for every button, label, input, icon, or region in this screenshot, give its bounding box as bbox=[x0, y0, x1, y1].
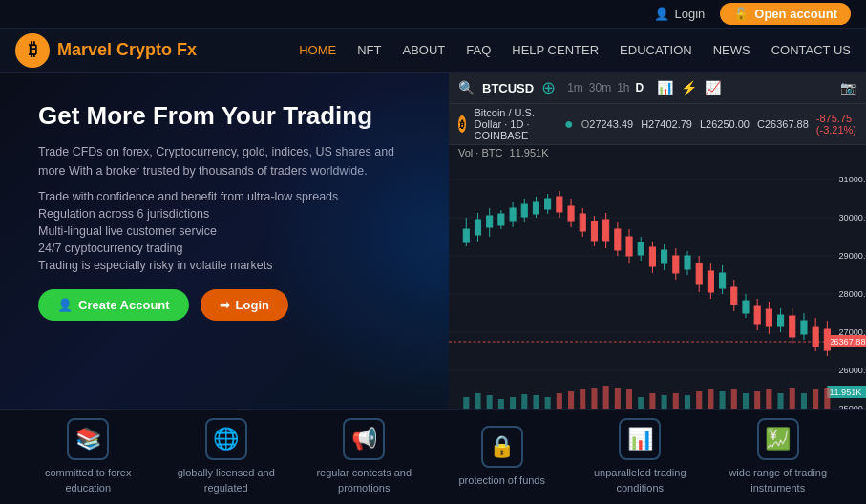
candle-icon[interactable]: ⚡ bbox=[681, 80, 697, 95]
ohlc-open: O27243.49 bbox=[581, 118, 633, 130]
svg-rect-57 bbox=[603, 220, 609, 241]
svg-rect-79 bbox=[813, 327, 818, 346]
create-account-button[interactable]: 👤 Create Account bbox=[38, 289, 189, 321]
svg-rect-51 bbox=[568, 206, 574, 221]
footer-item-1: 🌐 globally licensed and regulated bbox=[159, 418, 293, 495]
svg-rect-81 bbox=[824, 329, 830, 350]
svg-rect-41 bbox=[720, 273, 726, 288]
svg-rect-108 bbox=[766, 389, 771, 409]
svg-rect-107 bbox=[754, 391, 760, 409]
svg-rect-106 bbox=[743, 393, 749, 409]
nav-faq[interactable]: FAQ bbox=[466, 43, 491, 57]
footer-text-1: globally licensed and regulated bbox=[159, 466, 293, 495]
chart-symbol[interactable]: BTCUSD bbox=[482, 81, 534, 95]
contests-icon: 📢 bbox=[343, 418, 385, 460]
tf-1h[interactable]: 1h bbox=[617, 81, 629, 94]
footer-text-5: wide range of trading instruments bbox=[711, 466, 845, 495]
globally-licensed-icon: 🌐 bbox=[205, 418, 247, 460]
nav-news[interactable]: NEWS bbox=[713, 43, 750, 57]
hero-login-button[interactable]: ➡ Login bbox=[201, 289, 288, 321]
pair-name: Bitcoin / U.S. Dollar · 1D · COINBASE bbox=[474, 107, 557, 141]
svg-rect-43 bbox=[743, 301, 749, 313]
footer-text-2: regular contests and promotions bbox=[297, 466, 431, 495]
tf-1m[interactable]: 1m bbox=[567, 81, 583, 94]
svg-rect-49 bbox=[557, 197, 562, 212]
svg-rect-69 bbox=[708, 271, 713, 292]
svg-rect-23 bbox=[487, 216, 493, 227]
main-nav: ₿ Marvel Crypto Fx HOME NFT ABOUT FAQ HE… bbox=[0, 29, 866, 73]
bar-chart-icon[interactable]: 📊 bbox=[657, 80, 673, 95]
nav-help-center[interactable]: HELP CENTER bbox=[512, 43, 599, 57]
chart-section: 🔍 BTCUSD ⊕ 1m 30m 1h D 📊 ⚡ 📈 📷 ₿ Bitcoin… bbox=[449, 73, 866, 409]
footer-item-2: 📢 regular contests and promotions bbox=[297, 418, 431, 495]
svg-rect-29 bbox=[521, 204, 527, 217]
svg-rect-101 bbox=[685, 395, 690, 409]
forex-education-icon: 📚 bbox=[67, 418, 109, 460]
svg-rect-25 bbox=[498, 214, 504, 225]
nav-education[interactable]: EDUCATION bbox=[620, 43, 692, 57]
vol-label: Vol · BTC bbox=[458, 147, 502, 158]
svg-rect-53 bbox=[580, 214, 585, 231]
camera-icon[interactable]: 📷 bbox=[840, 80, 856, 95]
nav-home[interactable]: HOME bbox=[299, 43, 336, 57]
svg-rect-67 bbox=[696, 263, 702, 284]
open-account-button[interactable]: 🔓 Open account bbox=[720, 3, 851, 25]
feature-5: Trading is especially risky in volatile … bbox=[38, 257, 420, 274]
svg-rect-87 bbox=[521, 394, 527, 409]
svg-rect-104 bbox=[720, 391, 726, 409]
line-chart-icon[interactable]: 📈 bbox=[705, 80, 721, 95]
logo: ₿ Marvel Crypto Fx bbox=[15, 33, 197, 68]
svg-rect-75 bbox=[766, 309, 771, 326]
footer-item-5: 💹 wide range of trading instruments bbox=[711, 418, 845, 495]
footer-icons: 📚 committed to forex education 🌐 globall… bbox=[0, 409, 866, 504]
user-icon: 👤 bbox=[654, 7, 669, 21]
svg-rect-103 bbox=[708, 389, 713, 409]
svg-rect-77 bbox=[790, 316, 795, 337]
main-content: Get More From Your Trading Trade CFDs on… bbox=[0, 73, 866, 409]
svg-rect-99 bbox=[662, 395, 667, 409]
plus-icon[interactable]: ⊕ bbox=[541, 77, 556, 98]
tf-30m[interactable]: 30m bbox=[589, 81, 611, 94]
login-link[interactable]: 👤 Login bbox=[654, 7, 706, 21]
nav-contact[interactable]: CONTACT US bbox=[771, 43, 851, 57]
svg-rect-112 bbox=[813, 389, 818, 409]
footer-text-0: committed to forex education bbox=[21, 466, 155, 495]
svg-rect-45 bbox=[778, 315, 784, 326]
person-icon: 👤 bbox=[57, 298, 73, 312]
svg-rect-86 bbox=[510, 397, 516, 409]
svg-rect-19 bbox=[463, 229, 469, 242]
svg-rect-85 bbox=[498, 399, 504, 409]
login-label: Login bbox=[675, 7, 706, 21]
feature-1: Trade with confidence and benefit from u… bbox=[38, 188, 420, 205]
tf-d[interactable]: D bbox=[636, 81, 644, 94]
search-icon: 🔍 bbox=[458, 80, 475, 95]
feature-4: 24/7 cryptocurrency trading bbox=[38, 240, 420, 257]
nav-about[interactable]: ABOUT bbox=[402, 43, 445, 57]
hero-features: Trade with confidence and benefit from u… bbox=[38, 188, 420, 274]
svg-rect-61 bbox=[626, 237, 632, 256]
svg-rect-109 bbox=[778, 393, 784, 409]
nav-nft[interactable]: NFT bbox=[357, 43, 381, 57]
svg-rect-100 bbox=[673, 393, 679, 409]
chart-canvas: 31000.00 30000.00 29000.00 28000.00 2700… bbox=[449, 160, 866, 409]
svg-rect-27 bbox=[510, 208, 516, 221]
svg-rect-35 bbox=[638, 242, 644, 255]
svg-text:26000.00: 26000.00 bbox=[839, 366, 866, 375]
candlestick-svg: 31000.00 30000.00 29000.00 28000.00 2700… bbox=[449, 160, 866, 409]
svg-rect-37 bbox=[662, 250, 667, 263]
svg-rect-92 bbox=[580, 389, 585, 409]
svg-rect-113 bbox=[824, 388, 830, 409]
svg-rect-95 bbox=[615, 388, 621, 409]
vol-row: Vol · BTC 11.951K bbox=[449, 145, 866, 160]
svg-rect-33 bbox=[545, 199, 551, 209]
hero-buttons: 👤 Create Account ➡ Login bbox=[38, 289, 420, 321]
footer-item-0: 📚 committed to forex education bbox=[21, 418, 155, 495]
svg-rect-105 bbox=[731, 389, 737, 409]
svg-rect-98 bbox=[649, 393, 655, 409]
status-dot: ● bbox=[564, 116, 574, 133]
vol-value: 11.951K bbox=[510, 147, 549, 158]
svg-rect-21 bbox=[475, 220, 480, 235]
svg-rect-89 bbox=[545, 397, 551, 409]
svg-rect-82 bbox=[463, 397, 469, 409]
svg-rect-83 bbox=[475, 393, 480, 409]
